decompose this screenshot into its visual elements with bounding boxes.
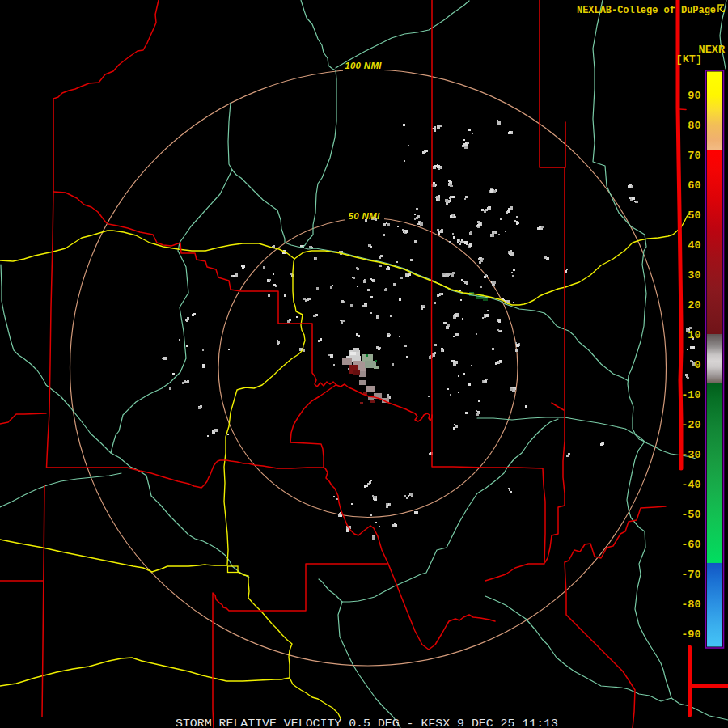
svg-text:10: 10 bbox=[688, 329, 700, 341]
svg-text:30: 30 bbox=[688, 269, 700, 281]
svg-text:NEXR: NEXR bbox=[699, 44, 726, 56]
svg-text:60: 60 bbox=[688, 180, 700, 192]
svg-text:-80: -80 bbox=[681, 599, 700, 611]
svg-text:[KT]: [KT] bbox=[676, 53, 702, 66]
svg-text:-30: -30 bbox=[681, 449, 700, 461]
svg-text:40: 40 bbox=[688, 239, 700, 252]
svg-text:-70: -70 bbox=[681, 569, 700, 581]
svg-text:-20: -20 bbox=[681, 419, 700, 431]
svg-text:-10: -10 bbox=[681, 389, 700, 401]
svg-text:100 NMI: 100 NMI bbox=[345, 61, 382, 70]
svg-text:50: 50 bbox=[688, 210, 700, 222]
svg-text:-90: -90 bbox=[681, 629, 700, 641]
svg-text:-40: -40 bbox=[681, 479, 700, 491]
svg-text:20: 20 bbox=[688, 299, 700, 311]
svg-text:-60: -60 bbox=[681, 539, 700, 551]
svg-text:-50: -50 bbox=[681, 509, 700, 521]
svg-text:0: 0 bbox=[694, 359, 700, 371]
svg-text:50 NMI: 50 NMI bbox=[349, 211, 380, 221]
svg-text:STORM RELATIVE VELOCITY 0.5 DE: STORM RELATIVE VELOCITY 0.5 DEG - KFSX 9… bbox=[176, 717, 558, 728]
svg-text:NEXLAB-College of DuPage: NEXLAB-College of DuPage bbox=[577, 4, 716, 16]
svg-text:90: 90 bbox=[688, 90, 700, 102]
svg-text:70: 70 bbox=[688, 150, 700, 162]
svg-text:80: 80 bbox=[688, 120, 700, 132]
